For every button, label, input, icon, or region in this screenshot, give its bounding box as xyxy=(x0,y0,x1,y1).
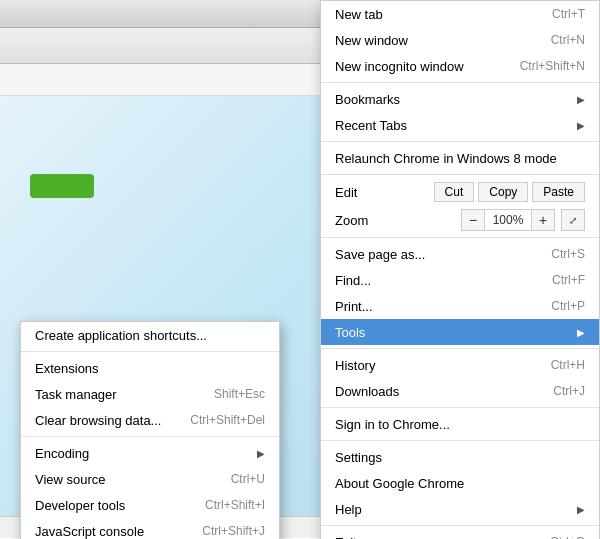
tools-submenu[interactable]: Create application shortcuts... Extensio… xyxy=(20,321,280,539)
menu-label-about: About Google Chrome xyxy=(335,476,585,491)
tools-arrow-encoding: ▶ xyxy=(257,448,265,459)
tools-label-javascript-console: JavaScript console xyxy=(35,524,182,539)
shortcut-history: Ctrl+H xyxy=(551,358,585,372)
menu-label-settings: Settings xyxy=(335,450,585,465)
menu-label-help: Help xyxy=(335,502,577,517)
zoom-minus-button[interactable]: − xyxy=(461,209,485,231)
menu-label-print: Print... xyxy=(335,299,531,314)
tools-item-encoding[interactable]: Encoding ▶ xyxy=(21,440,279,466)
menu-item-help[interactable]: Help ▶ xyxy=(321,496,599,522)
tools-divider-after-clear-browsing xyxy=(21,436,279,437)
menu-label-history: History xyxy=(335,358,531,373)
menu-item-print[interactable]: Print... Ctrl+P xyxy=(321,293,599,319)
arrow-help: ▶ xyxy=(577,504,585,515)
cut-button[interactable]: Cut xyxy=(434,182,475,202)
menu-label-relaunch: Relaunch Chrome in Windows 8 mode xyxy=(335,151,585,166)
tools-label-encoding: Encoding xyxy=(35,446,257,461)
shortcut-new-window: Ctrl+N xyxy=(551,33,585,47)
tools-item-create-app-shortcuts[interactable]: Create application shortcuts... xyxy=(21,322,279,348)
page-title xyxy=(30,124,280,158)
copy-button[interactable]: Copy xyxy=(478,182,528,202)
arrow-recent-tabs: ▶ xyxy=(577,120,585,131)
menu-item-save-page[interactable]: Save page as... Ctrl+S xyxy=(321,241,599,267)
menu-label-tools: Tools xyxy=(335,325,577,340)
shortcut-new-tab: Ctrl+T xyxy=(552,7,585,21)
menu-item-find[interactable]: Find... Ctrl+F xyxy=(321,267,599,293)
divider-after-recent-tabs xyxy=(321,141,599,142)
menu-label-new-window: New window xyxy=(335,33,531,48)
zoom-row: Zoom − 100% + ⤢ xyxy=(321,206,599,234)
divider-after-new-incognito xyxy=(321,82,599,83)
menu-item-exit[interactable]: Exit Ctrl+Q xyxy=(321,529,599,539)
menu-label-save-page: Save page as... xyxy=(335,247,531,262)
arrow-bookmarks: ▶ xyxy=(577,94,585,105)
tools-item-developer-tools[interactable]: Developer tools Ctrl+Shift+I xyxy=(21,492,279,518)
shortcut-downloads: Ctrl+J xyxy=(553,384,585,398)
shortcut-print: Ctrl+P xyxy=(551,299,585,313)
tools-shortcut-clear-browsing: Ctrl+Shift+Del xyxy=(190,413,265,427)
tools-shortcut-javascript-console: Ctrl+Shift+J xyxy=(202,524,265,538)
tools-label-developer-tools: Developer tools xyxy=(35,498,185,513)
menu-item-downloads[interactable]: Downloads Ctrl+J xyxy=(321,378,599,404)
tools-item-javascript-console[interactable]: JavaScript console Ctrl+Shift+J xyxy=(21,518,279,539)
tools-label-clear-browsing: Clear browsing data... xyxy=(35,413,170,428)
divider-after-tools xyxy=(321,348,599,349)
menu-label-new-incognito: New incognito window xyxy=(335,59,500,74)
menu-label-recent-tabs: Recent Tabs xyxy=(335,118,577,133)
shortcut-save-page: Ctrl+S xyxy=(551,247,585,261)
tools-item-clear-browsing[interactable]: Clear browsing data... Ctrl+Shift+Del xyxy=(21,407,279,433)
zoom-plus-button[interactable]: + xyxy=(531,209,555,231)
edit-label: Edit xyxy=(335,185,430,200)
menu-item-about[interactable]: About Google Chrome xyxy=(321,470,599,496)
menu-item-settings[interactable]: Settings xyxy=(321,444,599,470)
tools-divider-after-create-app-shortcuts xyxy=(21,351,279,352)
zoom-label: Zoom xyxy=(335,213,461,228)
chrome-menu[interactable]: New tab Ctrl+T New window Ctrl+N New inc… xyxy=(320,0,600,539)
menu-label-downloads: Downloads xyxy=(335,384,533,399)
shortcut-new-incognito: Ctrl+Shift+N xyxy=(520,59,585,73)
zoom-value: 100% xyxy=(485,209,531,231)
tools-item-task-manager[interactable]: Task manager Shift+Esc xyxy=(21,381,279,407)
divider-after-downloads xyxy=(321,407,599,408)
menu-label-find: Find... xyxy=(335,273,532,288)
divider-after-help xyxy=(321,525,599,526)
divider-after-relaunch xyxy=(321,174,599,175)
arrow-tools: ▶ xyxy=(577,327,585,338)
menu-item-recent-tabs[interactable]: Recent Tabs ▶ xyxy=(321,112,599,138)
menu-item-bookmarks[interactable]: Bookmarks ▶ xyxy=(321,86,599,112)
divider-after-sign-in xyxy=(321,440,599,441)
start-now-button[interactable] xyxy=(30,174,94,198)
tools-label-extensions: Extensions xyxy=(35,361,265,376)
menu-item-new-window[interactable]: New window Ctrl+N xyxy=(321,27,599,53)
tools-label-create-app-shortcuts: Create application shortcuts... xyxy=(35,328,265,343)
menu-label-exit: Exit xyxy=(335,535,530,540)
shortcut-exit: Ctrl+Q xyxy=(550,535,585,539)
shortcut-find: Ctrl+F xyxy=(552,273,585,287)
menu-label-bookmarks: Bookmarks xyxy=(335,92,577,107)
tools-item-view-source[interactable]: View source Ctrl+U xyxy=(21,466,279,492)
tools-shortcut-view-source: Ctrl+U xyxy=(231,472,265,486)
edit-row: Edit Cut Copy Paste xyxy=(321,178,599,206)
tools-label-task-manager: Task manager xyxy=(35,387,194,402)
menu-item-tools[interactable]: Tools ▶ xyxy=(321,319,599,345)
paste-button[interactable]: Paste xyxy=(532,182,585,202)
menu-item-history[interactable]: History Ctrl+H xyxy=(321,352,599,378)
menu-item-new-incognito[interactable]: New incognito window Ctrl+Shift+N xyxy=(321,53,599,79)
tools-shortcut-developer-tools: Ctrl+Shift+I xyxy=(205,498,265,512)
tools-label-view-source: View source xyxy=(35,472,211,487)
menu-item-new-tab[interactable]: New tab Ctrl+T xyxy=(321,1,599,27)
fullscreen-button[interactable]: ⤢ xyxy=(561,209,585,231)
menu-label-new-tab: New tab xyxy=(335,7,532,22)
menu-label-sign-in: Sign in to Chrome... xyxy=(335,417,585,432)
tools-item-extensions[interactable]: Extensions xyxy=(21,355,279,381)
menu-item-sign-in[interactable]: Sign in to Chrome... xyxy=(321,411,599,437)
tools-shortcut-task-manager: Shift+Esc xyxy=(214,387,265,401)
menu-item-relaunch[interactable]: Relaunch Chrome in Windows 8 mode xyxy=(321,145,599,171)
